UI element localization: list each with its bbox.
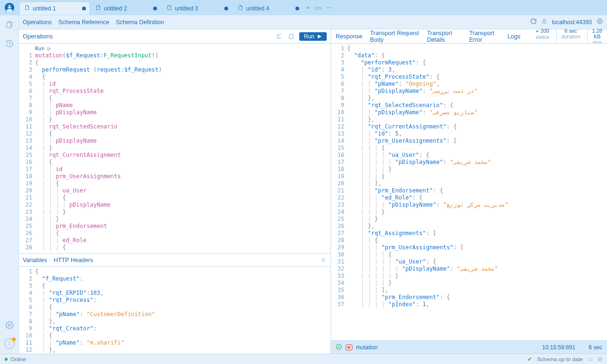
document-tab[interactable]: untitled 4 <box>232 1 304 15</box>
unsaved-dot-icon <box>224 7 228 10</box>
tab-label: untitled 1 <box>33 5 56 12</box>
document-tab[interactable]: untitled 1 <box>19 1 90 15</box>
schema-status: Schema up to date <box>537 356 583 362</box>
footer-icon-1[interactable]: ▭ <box>588 356 593 363</box>
svg-marker-16 <box>318 35 322 38</box>
mutation-badge-icon: M <box>346 345 352 350</box>
schema-nav-item[interactable]: Operations <box>23 19 52 26</box>
online-label: Online <box>10 356 26 362</box>
file-icon <box>95 5 101 12</box>
history-duration: 6 sec <box>589 344 602 351</box>
svg-point-11 <box>598 19 603 24</box>
history-entry[interactable]: M mutation 10:15:59:891 6 sec <box>331 340 607 354</box>
size-value: 1.28 KB <box>592 28 602 39</box>
online-dot-icon <box>5 358 8 361</box>
tab-label: untitled 3 <box>175 5 198 12</box>
svg-rect-6 <box>7 23 11 28</box>
files-icon[interactable] <box>4 19 15 30</box>
tab-transport-body[interactable]: Transport Request Body <box>370 30 419 43</box>
success-icon <box>336 344 342 351</box>
duration-value: 6 sec <box>561 28 580 34</box>
collapse-variables-icon[interactable] <box>320 256 327 264</box>
endpoint-settings-icon[interactable] <box>597 18 603 26</box>
file-icon <box>238 5 243 12</box>
svg-point-17 <box>336 344 341 349</box>
status-value: 200 <box>541 28 549 34</box>
svg-rect-15 <box>289 34 293 38</box>
endpoint-url[interactable]: localhost:44393 <box>552 19 592 26</box>
document-tab[interactable]: untitled 2 <box>90 1 161 15</box>
schema-nav-item[interactable]: Schema Reference <box>58 19 109 26</box>
tab-label: untitled 2 <box>104 5 127 12</box>
svg-rect-9 <box>543 21 546 24</box>
schema-ok-icon: ✔ <box>527 356 532 363</box>
schema-bar: OperationsSchema ReferenceSchema Definit… <box>19 15 607 29</box>
history-time: 10:15:59:891 <box>542 344 575 351</box>
duration-label: duration <box>561 34 580 39</box>
unsaved-dot-icon <box>295 7 299 10</box>
tab-transport-details[interactable]: Transport Details <box>427 30 461 43</box>
unsaved-dot-icon <box>82 7 86 10</box>
footer-icon-2[interactable]: ⊘ <box>598 356 602 363</box>
new-tab-button[interactable]: + <box>306 4 310 11</box>
tab-list-icon[interactable]: ▭ <box>315 4 321 11</box>
reload-icon[interactable] <box>530 18 537 26</box>
export-icon[interactable] <box>286 31 296 42</box>
schema-nav-item[interactable]: Schema Definition <box>116 19 164 26</box>
history-label: mutation <box>356 344 378 351</box>
status-bar: Online ✔ Schema up to date ▭ ⊘ <box>0 354 607 364</box>
file-icon <box>166 5 172 12</box>
account-avatar[interactable] <box>4 338 15 349</box>
tab-transport-error[interactable]: Transport Error <box>469 30 500 43</box>
response-viewer[interactable]: 1234567891011121314151617181920212223242… <box>331 44 607 340</box>
run-button[interactable]: Run <box>299 32 327 41</box>
svg-point-2 <box>7 9 13 12</box>
response-stats: ●200status 6 secduration 1.28 KBsize <box>535 28 602 45</box>
tab-response[interactable]: Response <box>336 33 362 40</box>
sidebar <box>0 15 19 354</box>
history-icon[interactable] <box>4 38 15 49</box>
tab-bar: untitled 1untitled 2untitled 3untitled 4… <box>0 0 607 15</box>
document-tab[interactable]: untitled 3 <box>161 1 232 15</box>
tab-label: untitled 4 <box>246 5 269 12</box>
tab-variables[interactable]: Variables <box>23 257 47 264</box>
svg-point-8 <box>8 341 10 344</box>
settings-icon[interactable] <box>4 319 15 331</box>
svg-point-3 <box>8 6 9 7</box>
status-label: status <box>535 34 549 40</box>
lock-icon <box>542 18 547 26</box>
app-logo-icon <box>0 0 19 15</box>
unsaved-dot-icon <box>153 7 157 10</box>
svg-point-7 <box>8 324 10 327</box>
svg-point-10 <box>599 20 601 22</box>
tab-http-headers[interactable]: HTTP Headers <box>54 257 93 264</box>
notification-dot-icon <box>12 337 16 341</box>
file-icon <box>24 5 30 12</box>
run-button-label: Run <box>304 33 314 40</box>
operations-title: Operations <box>23 33 273 40</box>
svg-point-4 <box>10 6 11 7</box>
tab-logs[interactable]: Logs <box>507 33 520 40</box>
variables-editor[interactable]: 123456789101112 { "f_Request": { | "rqt_… <box>19 267 331 354</box>
prettify-icon[interactable] <box>274 31 284 42</box>
operations-editor[interactable]: 1234567891011121314151617181920212223242… <box>19 44 331 253</box>
tab-more-icon[interactable]: ⋯ <box>326 4 332 11</box>
